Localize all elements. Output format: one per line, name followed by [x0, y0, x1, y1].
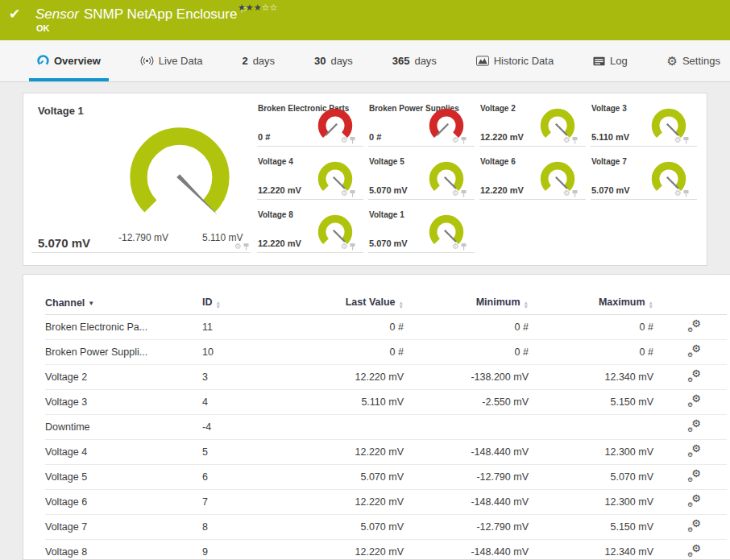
table-row-voltage-6[interactable]: Voltage 6712.220 mV-148.440 mV12.300 mV⚙… [45, 490, 727, 515]
channel-settings-icon[interactable]: ⚙⚙ [687, 545, 701, 557]
cell-channel[interactable]: Broken Power Suppli... [45, 340, 202, 365]
col-header-last-value[interactable]: Last Value▲▼ [293, 292, 412, 315]
cell-channel[interactable]: Voltage 3 [45, 390, 202, 415]
gear-icon[interactable]: ⚙ [674, 136, 682, 144]
cell-id: 8 [202, 515, 293, 540]
cell-last-value: 5.070 mV [293, 515, 412, 540]
tab-historic-data[interactable]: Historic Data [471, 40, 558, 81]
gauge-tile-voltage-2[interactable]: Voltage 212.220 mV⚙ [479, 102, 586, 147]
tab-settings[interactable]: ⚙Settings [662, 40, 724, 81]
col-header-maximum[interactable]: Maximum▲▼ [537, 292, 662, 315]
sort-icon: ▲▼ [524, 301, 529, 309]
gear-icon[interactable]: ⚙ [674, 189, 682, 197]
channel-settings-icon[interactable]: ⚙⚙ [687, 520, 701, 532]
gear-icon[interactable]: ⚙ [341, 243, 348, 251]
gauge-tile-voltage-4[interactable]: Voltage 412.220 mV⚙ [257, 155, 363, 200]
tab-30-days[interactable]: 30days [309, 40, 358, 81]
cell-channel[interactable]: Voltage 5 [45, 465, 202, 490]
tab-live-data[interactable]: Live Data [135, 40, 208, 81]
cell-last-value: 5.110 mV [293, 390, 412, 415]
gear-icon[interactable]: ⚙ [452, 243, 459, 251]
pin-icon[interactable] [350, 243, 355, 251]
gauge-tile-broken-electronic-parts[interactable]: Broken Electronic Parts0 #⚙ [257, 102, 363, 147]
star-empty-icons[interactable]: ☆☆ [262, 2, 278, 12]
tab-overview[interactable]: Overview [32, 40, 106, 81]
pin-icon[interactable] [683, 137, 689, 144]
gear-icon[interactable]: ⚙ [452, 189, 459, 197]
channel-table-panel: Channel▼ID▲▼Last Value▲▼Minimum▲▼Maximum… [23, 274, 730, 560]
cell-channel[interactable]: Voltage 6 [45, 490, 202, 515]
channel-settings-icon[interactable]: ⚙⚙ [687, 420, 701, 432]
gauge-tile-voltage-6[interactable]: Voltage 612.220 mV⚙ [479, 155, 586, 200]
pin-icon[interactable] [572, 137, 578, 144]
gear-icon[interactable]: ⚙ [234, 243, 242, 251]
tab-2-days[interactable]: 2days [237, 40, 280, 81]
channel-settings-icon[interactable]: ⚙⚙ [687, 345, 701, 357]
priority-stars[interactable]: ★★★☆☆ [238, 2, 277, 13]
gauge-tile-voltage-1[interactable]: Voltage 15.070 mV⚙ [368, 208, 475, 253]
cell-channel[interactable]: Broken Electronic Pa... [45, 315, 202, 340]
col-header-id[interactable]: ID▲▼ [202, 292, 293, 315]
channel-settings-icon[interactable]: ⚙⚙ [687, 370, 701, 382]
gear-icon[interactable]: ⚙ [341, 136, 348, 144]
cell-channel[interactable]: Voltage 4 [45, 440, 202, 465]
gauge-tile-broken-power-supplies[interactable]: Broken Power Supplies0 #⚙ [368, 102, 475, 147]
cell-id: 5 [202, 440, 293, 465]
tab-number: 2 [242, 55, 247, 67]
table-row-broken-electronic-pa-[interactable]: Broken Electronic Pa...110 #0 #0 #⚙⚙ [45, 315, 727, 340]
sensor-title: SensorSNMP NetApp Enclosure⚐ [35, 5, 247, 23]
table-row-voltage-3[interactable]: Voltage 345.110 mV-2.550 mV5.150 mV⚙⚙ [45, 390, 727, 415]
star-filled-icons[interactable]: ★★★ [238, 2, 262, 12]
pin-icon[interactable] [350, 190, 355, 197]
big-gauge-tile-voltage-1[interactable]: Voltage 1 5.070 mV -12.790 mV 5.110 mV ⚙ [31, 102, 251, 253]
table-row-downtime[interactable]: Downtime-4⚙⚙ [45, 415, 727, 440]
pin-icon[interactable] [683, 190, 689, 197]
cell-channel[interactable]: Voltage 8 [45, 540, 202, 560]
table-row-broken-power-suppli-[interactable]: Broken Power Suppli...100 #0 #0 #⚙⚙ [45, 340, 727, 365]
historic-chart-icon [476, 56, 489, 66]
pin-icon[interactable] [572, 190, 578, 197]
cell-channel[interactable]: Voltage 7 [45, 515, 202, 540]
cell-id: 9 [202, 540, 293, 560]
cell-channel[interactable]: Voltage 2 [45, 365, 202, 390]
table-row-voltage-5[interactable]: Voltage 565.070 mV-12.790 mV5.070 mV⚙⚙ [45, 465, 727, 490]
col-header-label: Minimum [476, 297, 521, 308]
channel-settings-icon[interactable]: ⚙⚙ [687, 395, 701, 407]
col-header-channel[interactable]: Channel▼ [45, 292, 202, 315]
gauge-tile-voltage-8[interactable]: Voltage 812.220 mV⚙ [257, 208, 363, 253]
cell-id: 6 [202, 465, 293, 490]
col-header-minimum[interactable]: Minimum▲▼ [412, 292, 537, 315]
tab-label: days [253, 55, 275, 67]
table-row-voltage-2[interactable]: Voltage 2312.220 mV-138.200 mV12.340 mV⚙… [45, 365, 727, 390]
cell-minimum: 0 # [412, 315, 537, 340]
table-row-voltage-8[interactable]: Voltage 8912.220 mV-148.440 mV12.340 mV⚙… [45, 540, 727, 560]
gear-icon[interactable]: ⚙ [563, 136, 570, 144]
channel-settings-icon[interactable]: ⚙⚙ [687, 495, 701, 507]
gauge-tile-voltage-3[interactable]: Voltage 35.110 mV⚙ [591, 102, 697, 147]
tab-label: Historic Data [494, 55, 554, 67]
gauge-tile-voltage-7[interactable]: Voltage 75.070 mV⚙ [591, 155, 697, 200]
channel-value: 5.070 mV [369, 185, 408, 195]
gauge-tile-voltage-5[interactable]: Voltage 55.070 mV⚙ [368, 155, 475, 200]
channel-value: 5.070 mV [591, 185, 630, 195]
table-row-voltage-4[interactable]: Voltage 4512.220 mV-148.440 mV12.300 mV⚙… [45, 440, 727, 465]
gear-icon[interactable]: ⚙ [452, 136, 459, 144]
gear-icon[interactable]: ⚙ [341, 189, 348, 197]
pin-icon[interactable] [350, 137, 355, 144]
tab-log[interactable]: Log [588, 40, 633, 81]
pin-icon[interactable] [461, 243, 467, 251]
channel-settings-icon[interactable]: ⚙⚙ [687, 445, 701, 457]
gear-icon[interactable]: ⚙ [563, 189, 570, 197]
channel-settings-icon[interactable]: ⚙⚙ [687, 320, 701, 332]
pin-icon[interactable] [461, 137, 467, 144]
gauges-panel: Voltage 1 5.070 mV -12.790 mV 5.110 mV ⚙… [23, 93, 707, 266]
cell-id: 4 [202, 390, 293, 415]
pin-icon[interactable] [461, 190, 467, 197]
cell-channel[interactable]: Downtime [45, 415, 202, 440]
gauge-needle [556, 177, 567, 189]
table-row-voltage-7[interactable]: Voltage 785.070 mV-12.790 mV5.150 mV⚙⚙ [45, 515, 727, 540]
channel-value: 5.110 mV [591, 132, 629, 142]
channel-settings-icon[interactable]: ⚙⚙ [687, 470, 701, 482]
pin-icon[interactable] [243, 243, 249, 251]
tab-365-days[interactable]: 365days [388, 40, 442, 81]
